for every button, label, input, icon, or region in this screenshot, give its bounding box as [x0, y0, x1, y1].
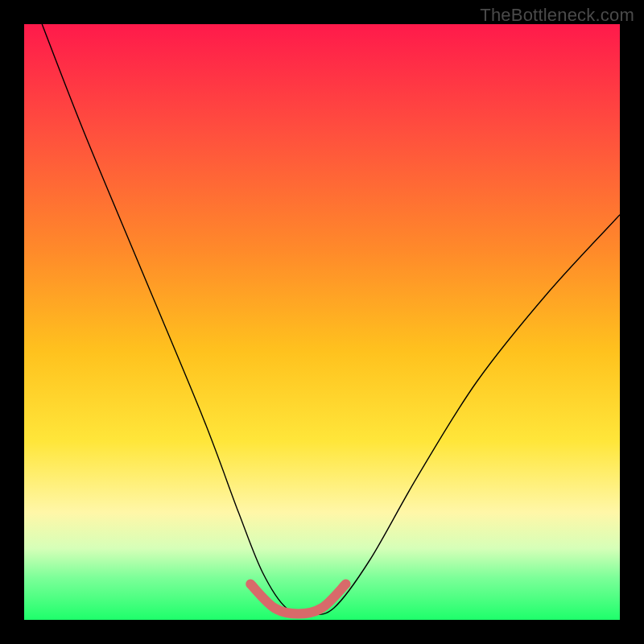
- watermark-text: TheBottleneck.com: [480, 5, 634, 26]
- curve-layer: [24, 24, 620, 620]
- chart-frame: TheBottleneck.com: [0, 0, 644, 644]
- bottleneck-curve-path: [42, 24, 620, 614]
- plot-area: [24, 24, 620, 620]
